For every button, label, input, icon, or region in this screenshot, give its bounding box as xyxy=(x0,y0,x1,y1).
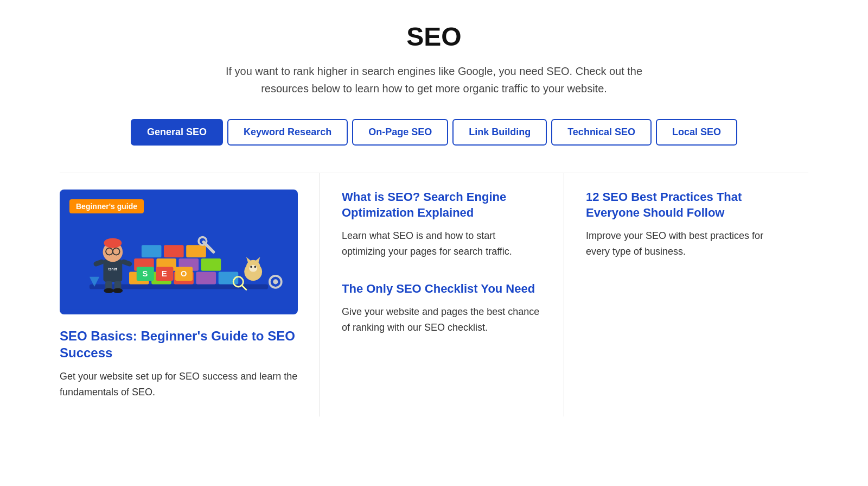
page-header: SEO If you want to rank higher in search… xyxy=(60,22,808,97)
svg-rect-13 xyxy=(186,245,206,257)
featured-card: Beginner's guide xyxy=(60,190,298,400)
badge: Beginner's guide xyxy=(69,199,144,213)
svg-rect-10 xyxy=(201,258,221,271)
article-item-3: 12 SEO Best Practices That Everyone Shou… xyxy=(586,190,787,260)
article-description-3: Improve your SEO with best practices for… xyxy=(586,228,787,260)
svg-point-44 xyxy=(273,279,278,284)
tab-navigation: General SEO Keyword Research On-Page SEO… xyxy=(60,119,808,146)
svg-rect-11 xyxy=(142,245,162,257)
svg-rect-5 xyxy=(196,272,216,285)
tab-technical-seo[interactable]: Technical SEO xyxy=(551,119,652,146)
svg-text:tshirt: tshirt xyxy=(108,267,118,271)
featured-card-description: Get your website set up for SEO success … xyxy=(60,369,298,400)
article-title-1[interactable]: What is SEO? Search Engine Optimization … xyxy=(342,190,542,220)
featured-image: Beginner's guide xyxy=(60,190,298,314)
tab-on-page-seo[interactable]: On-Page SEO xyxy=(352,119,448,146)
svg-point-41 xyxy=(250,266,252,268)
featured-card-title[interactable]: SEO Basics: Beginner's Guide to SEO Succ… xyxy=(60,327,298,361)
tab-link-building[interactable]: Link Building xyxy=(452,119,547,146)
articles-col-3: 12 SEO Best Practices That Everyone Shou… xyxy=(564,173,808,416)
tab-general-seo[interactable]: General SEO xyxy=(131,119,223,146)
article-title-2[interactable]: The Only SEO Checklist You Need xyxy=(342,281,542,297)
page-title: SEO xyxy=(60,22,808,52)
page-description: If you want to rank higher in search eng… xyxy=(212,62,656,97)
article-description-2: Give your website and pages the best cha… xyxy=(342,304,542,336)
svg-text:S: S xyxy=(142,269,148,278)
svg-point-42 xyxy=(254,266,257,268)
tab-keyword-research[interactable]: Keyword Research xyxy=(227,119,348,146)
svg-point-31 xyxy=(104,288,113,293)
article-description-1: Learn what SEO is and how to start optim… xyxy=(342,228,542,260)
svg-point-32 xyxy=(113,288,123,293)
articles-col-2: What is SEO? Search Engine Optimization … xyxy=(320,173,564,416)
featured-col: Beginner's guide xyxy=(60,173,320,416)
svg-text:O: O xyxy=(181,269,187,278)
article-item-1: What is SEO? Search Engine Optimization … xyxy=(342,190,542,260)
svg-text:E: E xyxy=(162,269,167,278)
svg-rect-12 xyxy=(164,245,184,257)
svg-point-40 xyxy=(249,265,257,272)
article-title-3[interactable]: 12 SEO Best Practices That Everyone Shou… xyxy=(586,190,787,220)
content-grid: Beginner's guide xyxy=(60,173,808,416)
svg-point-25 xyxy=(104,238,122,248)
tab-local-seo[interactable]: Local SEO xyxy=(656,119,737,146)
article-item-2: The Only SEO Checklist You Need Give you… xyxy=(342,281,542,336)
